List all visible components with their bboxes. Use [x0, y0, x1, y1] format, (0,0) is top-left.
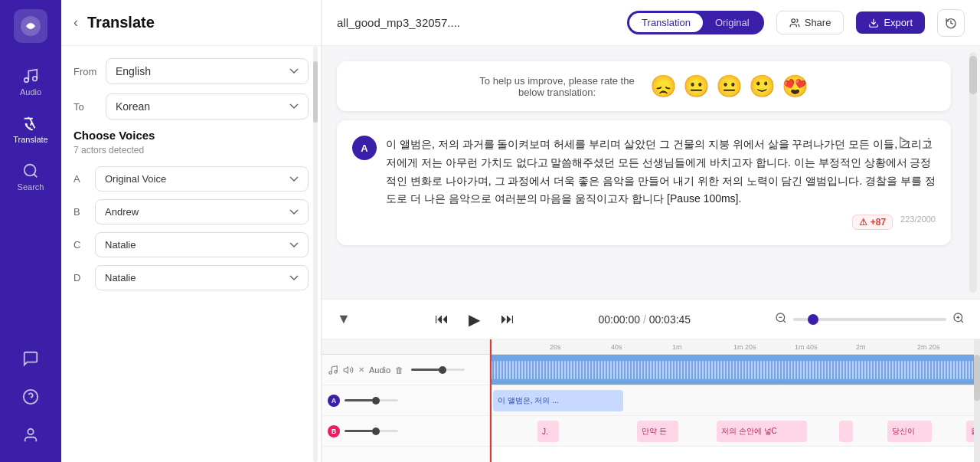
sidebar-item-user[interactable]	[0, 418, 61, 453]
from-language-select[interactable]: English Korean Japanese	[106, 58, 309, 84]
time-separator: /	[643, 313, 649, 326]
top-bar: all_good_mp3_32057.... Translation Origi…	[322, 0, 980, 46]
voice-letter-a: A	[74, 173, 87, 185]
skip-forward-button[interactable]: ⏭	[501, 311, 514, 327]
svg-point-16	[329, 371, 332, 374]
char-count: 223/2000	[900, 215, 936, 230]
segment-b-3[interactable]: 저의 손안에 넣C	[717, 421, 807, 442]
emoji-happy[interactable]: 🙂	[749, 74, 776, 99]
actor-b-label-row: B	[322, 416, 489, 447]
sidebar-translate-label: Translate	[13, 135, 47, 144]
voice-select-a[interactable]: Original Voice Andrew Natalie	[95, 166, 309, 192]
svg-marker-7	[900, 137, 909, 148]
collapse-button[interactable]: ▼	[337, 311, 351, 327]
export-button[interactable]: Export	[856, 11, 925, 34]
delete-track-icon[interactable]: 🗑	[395, 365, 403, 375]
filename: all_good_mp3_32057....	[337, 16, 615, 29]
panel-scrolltrack	[313, 46, 318, 462]
timeline-labels: ✕ Audio 🗑 A B	[322, 339, 490, 462]
play-button[interactable]: ▶	[461, 306, 488, 333]
tick-1m40s: 1m 40s	[795, 343, 818, 351]
time-ruler: 20s 40s 1m 1m 20s 1m 40s 2m 2m 20s 2m 40…	[490, 339, 980, 355]
time-display: 00:00:00 / 00:03:45	[598, 313, 691, 326]
to-language-select[interactable]: Korean English Japanese	[106, 93, 309, 120]
segment-b-5[interactable]: 당신이	[887, 421, 932, 442]
to-label: To	[74, 101, 96, 113]
segment-b-2[interactable]: 만약 든	[637, 421, 678, 442]
timeline-vthumb	[974, 355, 980, 401]
voice-select-b[interactable]: Andrew Original Voice Natalie	[95, 199, 309, 224]
emoji-very-sad[interactable]: 😞	[650, 74, 677, 99]
sidebar-item-search[interactable]: Search	[0, 153, 61, 201]
zoom-in-icon	[952, 312, 965, 324]
zoom-in-button[interactable]	[952, 312, 965, 327]
skip-back-button[interactable]: ⏮	[435, 311, 449, 327]
sidebar-audio-label: Audio	[20, 87, 41, 97]
segment-b-4[interactable]	[839, 421, 853, 442]
translation-scrollbar[interactable]	[969, 52, 977, 293]
emoji-very-happy[interactable]: 😍	[782, 74, 808, 99]
zoom-out-button[interactable]	[775, 312, 787, 327]
svg-rect-20	[490, 355, 980, 385]
export-icon	[868, 18, 879, 28]
zoom-out-icon	[775, 312, 787, 324]
to-language-row: To Korean English Japanese	[74, 93, 309, 120]
voice-row-c: C Natalie Andrew Original Voice	[74, 232, 309, 257]
voice-letter-c: C	[74, 239, 87, 251]
zoom-controls	[775, 312, 965, 327]
play-icon	[897, 136, 911, 149]
voice-select-d[interactable]: Natalie Andrew Original Voice	[95, 265, 309, 290]
translation-scroll[interactable]: To help us improve, please rate thebelow…	[322, 46, 966, 299]
tab-translation[interactable]: Translation	[629, 13, 703, 32]
more-options-button[interactable]	[919, 133, 939, 155]
actor-b-letter: B	[328, 425, 340, 437]
emoji-sad[interactable]: 😐	[683, 74, 710, 99]
voice-select-c[interactable]: Natalie Andrew Original Voice	[95, 232, 309, 257]
history-button[interactable]	[937, 9, 965, 37]
main-content: all_good_mp3_32057.... Translation Origi…	[322, 0, 980, 462]
svg-point-3	[24, 165, 36, 176]
timeline-right: 20s 40s 1m 1m 20s 1m 40s 2m 2m 20s 2m 40…	[490, 339, 980, 462]
tab-group: Translation Original	[627, 11, 764, 34]
segment-a-1[interactable]: 이 앨범은, 저의 ...	[493, 390, 623, 411]
svg-point-1	[24, 78, 29, 83]
sidebar-item-audio[interactable]: Audio	[0, 58, 61, 106]
sidebar-item-translate[interactable]: Translate	[0, 106, 61, 153]
card-footer: ⚠ +87 223/2000	[352, 215, 936, 230]
playhead	[490, 339, 492, 462]
sidebar-item-help[interactable]	[0, 379, 61, 414]
voice-row-b: B Andrew Original Voice Natalie	[74, 199, 309, 224]
audio-track-icon	[328, 365, 338, 375]
panel-header: ‹ Translate	[61, 0, 321, 46]
bottom-area: ▼ ⏮ ▶ ⏭ 00:00:00 / 00:03:45	[322, 299, 980, 462]
play-card-button[interactable]	[894, 133, 914, 155]
warning-badge: ⚠ +87	[852, 215, 893, 230]
translation-card: A 이 앨범은, 저의 과거를 돌이켜보며 허세를 부리며 살았던 그 건물의 …	[337, 120, 951, 245]
card-text[interactable]: 이 앨범은, 저의 과거를 돌이켜보며 허세를 부리며 살았던 그 건물의 지붕…	[386, 136, 936, 208]
icon-sidebar: Audio Translate Search	[0, 0, 61, 462]
play-controls: ⏮ ▶ ⏭	[435, 306, 514, 333]
segment-b-1[interactable]: J.	[537, 421, 559, 442]
emoji-neutral[interactable]: 😐	[716, 74, 743, 99]
tab-original[interactable]: Original	[703, 13, 762, 32]
audio-volume-slider[interactable]	[411, 369, 465, 371]
rating-box: To help us improve, please rate thebelow…	[337, 61, 951, 111]
zoom-slider[interactable]	[793, 318, 946, 321]
translation-scrollthumb	[969, 56, 977, 94]
svg-marker-18	[344, 366, 348, 372]
current-time: 00:00:00	[598, 313, 640, 326]
timeline-vscrollbar[interactable]	[974, 339, 980, 462]
audio-waveform-track	[490, 355, 980, 385]
mute-icon[interactable]: ✕	[358, 365, 364, 374]
sidebar-item-chat[interactable]	[0, 341, 61, 376]
actor-b-volume[interactable]	[345, 430, 398, 432]
actor-a-volume[interactable]	[345, 399, 398, 401]
card-actions	[894, 133, 939, 155]
share-button[interactable]: Share	[776, 11, 844, 34]
back-button[interactable]: ‹	[74, 15, 78, 31]
panel-scrollthumb	[313, 61, 318, 123]
svg-point-5	[28, 429, 33, 434]
panel-title: Translate	[87, 14, 155, 31]
left-panel: ‹ Translate From English Korean Japanese…	[61, 0, 322, 462]
dots-icon	[922, 136, 936, 149]
